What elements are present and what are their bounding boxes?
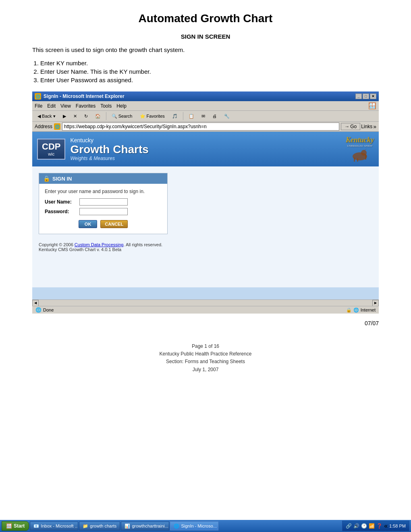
menu-help[interactable]: Help <box>116 103 127 109</box>
minimize-button[interactable]: _ <box>355 94 362 99</box>
copyright-link[interactable]: Custom Data Processing <box>75 242 124 247</box>
tray-icon-4: 📶 <box>369 523 375 529</box>
expand-tray-icon[interactable]: « <box>384 522 388 530</box>
signin-container: 🔒 SIGN IN Enter your user name and passw… <box>32 166 379 287</box>
window-controls[interactable]: _ □ ✕ <box>355 94 376 99</box>
links-label[interactable]: Links <box>361 124 372 129</box>
scroll-right-button[interactable]: ▶ <box>372 300 379 306</box>
copyright-text3: Kentucky CMS Growth Chart v. 4.0.1 Beta <box>39 247 121 252</box>
instruction-item: Enter KY number. <box>40 60 379 66</box>
toolbar: ◀ Back ▾ ▶ ✕ ↻ 🏠 🔍 Search ⭐ Favorites 🎵 … <box>32 111 379 122</box>
section-heading: SIGN IN SCREEN <box>0 33 411 40</box>
password-label: Password: <box>45 209 77 214</box>
home-button[interactable]: 🏠 <box>92 112 104 120</box>
network-icon: 🔗 <box>346 523 352 529</box>
horizontal-scrollbar[interactable]: ◀ ▶ <box>32 299 379 306</box>
toolbar-separator <box>106 112 106 120</box>
inbox-label: Inbox - Microsoft ... <box>41 524 78 528</box>
scroll-left-button[interactable]: ◀ <box>32 300 39 306</box>
start-icon: 🪟 <box>6 523 12 529</box>
media-button[interactable]: 🎵 <box>169 112 181 120</box>
empty-area <box>32 287 379 299</box>
forward-button[interactable]: ▶ <box>60 112 69 120</box>
taskbar-item-growth-charts[interactable]: 📁 growth charts <box>79 522 120 530</box>
favorites-button[interactable]: ⭐ Favorites <box>137 112 168 120</box>
browser-app-icon: 🌐 <box>35 93 41 100</box>
chart-icon: 📊 <box>125 524 130 529</box>
status-text: Done <box>43 308 54 312</box>
username-label: User Name: <box>45 199 77 205</box>
signin-box: 🔒 SIGN IN Enter your user name and passw… <box>39 173 168 234</box>
username-input[interactable] <box>79 198 128 206</box>
mail-button[interactable]: ✉ <box>199 112 208 120</box>
back-button[interactable]: ◀ Back ▾ <box>35 112 58 120</box>
cdp-title-area: Kentucky Growth Charts Weights & Measure… <box>70 137 341 162</box>
footer-line4: July 1, 2007 <box>0 366 411 374</box>
menu-tools[interactable]: Tools <box>100 103 112 109</box>
stop-button[interactable]: ✕ <box>71 112 80 120</box>
intro-text: This screen is used to sign onto the gro… <box>32 46 379 53</box>
menu-edit[interactable]: Edit <box>47 103 56 109</box>
footer-line2: Kentucky Public Health Practice Referenc… <box>0 350 411 358</box>
svg-rect-3 <box>354 158 355 162</box>
history-icon[interactable]: 📋 <box>186 112 197 120</box>
address-bar: Address 🌐 → Go Links » <box>32 122 379 132</box>
go-button[interactable]: → Go <box>341 123 360 130</box>
print-button[interactable]: 🖨 <box>210 112 220 120</box>
system-tray: 🔗 🔊 🕐 📶 ❓ « 1:58 PM <box>342 521 409 531</box>
browser-title-text: SignIn - Microsoft Internet Explorer <box>44 94 125 99</box>
cdp-logo: CDP wic <box>37 139 65 160</box>
address-label: Address <box>35 124 52 129</box>
status-earth-icon: 🌐 <box>35 307 42 313</box>
tray-time: 1:58 PM <box>389 524 406 528</box>
status-right: 🔒 🌐 Internet <box>346 308 376 313</box>
start-button[interactable]: 🪟 Start <box>2 521 29 531</box>
cdp-header: CDP wic Kentucky Growth Charts Weights &… <box>32 132 379 166</box>
date-stamp: 07/07 <box>0 320 379 326</box>
growth-charts-label: growth charts <box>90 524 116 528</box>
cdp-title-sub: Weights & Measures <box>70 156 341 161</box>
tools-icon[interactable]: 🔧 <box>221 112 232 120</box>
instruction-item: Enter User Name. This is the KY number. <box>40 68 379 75</box>
browser-title-left: 🌐 SignIn - Microsoft Internet Explorer <box>35 93 125 100</box>
password-field: Password: <box>45 208 162 215</box>
taskbar-item-signin[interactable]: 🌐 SignIn - Microso... <box>170 522 218 530</box>
menu-bar: File Edit View Favorites Tools Help 🪟 <box>32 101 379 111</box>
menu-favorites[interactable]: Favorites <box>76 103 95 109</box>
page-icon: 🌐 <box>54 123 60 130</box>
refresh-button[interactable]: ↻ <box>81 112 91 120</box>
cancel-button[interactable]: CANCEL <box>100 220 128 228</box>
folder-icon: 📁 <box>83 524 88 529</box>
address-input[interactable] <box>62 123 339 131</box>
svg-rect-4 <box>357 158 358 162</box>
search-button[interactable]: 🔍 Search <box>109 112 135 120</box>
footer-line3: Section: Forms and Teaching Sheets <box>0 358 411 366</box>
restore-button[interactable]: □ <box>363 94 369 99</box>
web-icon: 🌐 <box>174 524 179 529</box>
menu-view[interactable]: View <box>60 103 71 109</box>
wic-label: wic <box>42 152 60 156</box>
signin-tab-label: SignIn - Microso... <box>181 524 217 528</box>
browser-window: 🌐 SignIn - Microsoft Internet Explorer _… <box>32 91 379 314</box>
links-icon: » <box>373 123 376 130</box>
status-left: 🌐 Done <box>35 307 54 313</box>
footer-line1: Page 1 of 16 <box>0 343 411 350</box>
cdp-title-main: Growth Charts <box>70 143 341 156</box>
status-bar: 🌐 Done 🔒 🌐 Internet <box>32 306 379 314</box>
horse-silhouette <box>350 148 370 162</box>
signin-instruction: Enter your user name and password to sig… <box>45 189 162 194</box>
taskbar-item-growthchart-train[interactable]: 📊 growthcharttraini... <box>121 522 169 530</box>
copyright-text2: . All rights reserved. <box>124 242 163 247</box>
password-input[interactable] <box>79 208 128 215</box>
taskbar-item-inbox[interactable]: 📧 Inbox - Microsoft ... <box>30 522 78 530</box>
username-field: User Name: <box>45 198 162 206</box>
footer: Page 1 of 16 Kentucky Public Health Prac… <box>0 343 411 390</box>
growthchart-label: growthcharttraini... <box>132 524 168 528</box>
clock-icon: 🕐 <box>361 523 367 529</box>
taskbar: 🪟 Start 📧 Inbox - Microsoft ... 📁 growth… <box>0 520 411 532</box>
svg-point-1 <box>361 150 367 156</box>
menu-file[interactable]: File <box>35 103 42 109</box>
signin-buttons: OK CANCEL <box>45 220 162 228</box>
ok-button[interactable]: OK <box>79 220 98 228</box>
close-button[interactable]: ✕ <box>370 94 376 99</box>
